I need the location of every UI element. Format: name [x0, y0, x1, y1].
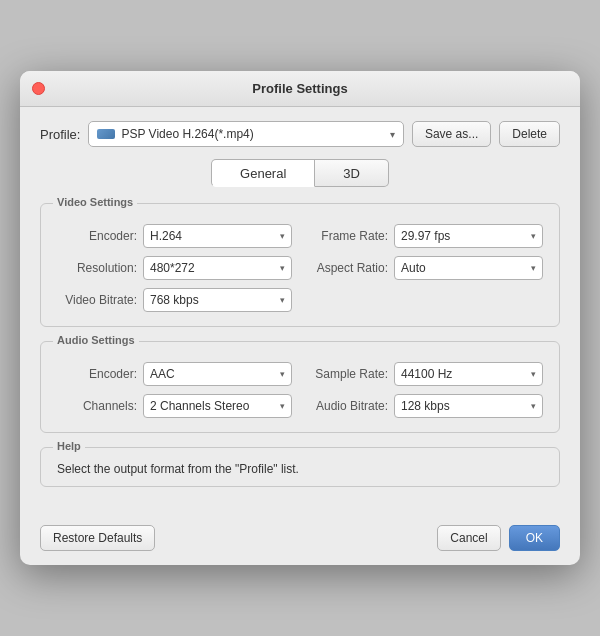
resolution-arrow: ▾ [280, 263, 285, 273]
frame-rate-value: 29.97 fps [401, 229, 450, 243]
sample-rate-row: Sample Rate: 44100 Hz ▾ [308, 362, 543, 386]
ok-button[interactable]: OK [509, 525, 560, 551]
channels-row: Channels: 2 Channels Stereo ▾ [57, 394, 292, 418]
aspect-ratio-value: Auto [401, 261, 426, 275]
close-button[interactable] [32, 82, 45, 95]
audio-encoder-row: Encoder: AAC ▾ [57, 362, 292, 386]
profile-value: PSP Video H.264(*.mp4) [121, 127, 253, 141]
bottom-bar: Restore Defaults Cancel OK [20, 515, 580, 565]
tabs-row: General 3D [40, 159, 560, 187]
encoder-value: H.264 [150, 229, 182, 243]
sample-rate-label: Sample Rate: [308, 367, 388, 381]
video-bitrate-dropdown[interactable]: 768 kbps ▾ [143, 288, 292, 312]
save-as-button[interactable]: Save as... [412, 121, 491, 147]
resolution-label: Resolution: [57, 261, 137, 275]
video-bitrate-value: 768 kbps [150, 293, 199, 307]
audio-settings-section: Audio Settings Encoder: AAC ▾ Sample Rat… [40, 341, 560, 433]
channels-value: 2 Channels Stereo [150, 399, 249, 413]
help-title: Help [53, 440, 85, 452]
sample-rate-arrow: ▾ [531, 369, 536, 379]
audio-bitrate-value: 128 kbps [401, 399, 450, 413]
frame-rate-row: Frame Rate: 29.97 fps ▾ [308, 224, 543, 248]
video-bitrate-row: Video Bitrate: 768 kbps ▾ [57, 288, 292, 312]
right-buttons: Cancel OK [437, 525, 560, 551]
tab-3d[interactable]: 3D [315, 159, 389, 187]
help-section: Help Select the output format from the "… [40, 447, 560, 487]
audio-settings-title: Audio Settings [53, 334, 139, 346]
channels-label: Channels: [57, 399, 137, 413]
encoder-dropdown[interactable]: H.264 ▾ [143, 224, 292, 248]
window-title: Profile Settings [252, 81, 347, 96]
audio-encoder-dropdown[interactable]: AAC ▾ [143, 362, 292, 386]
encoder-label: Encoder: [57, 229, 137, 243]
audio-encoder-value: AAC [150, 367, 175, 381]
aspect-ratio-label: Aspect Ratio: [308, 261, 388, 275]
window: Profile Settings Profile: PSP Video H.26… [20, 71, 580, 565]
resolution-row: Resolution: 480*272 ▾ [57, 256, 292, 280]
sample-rate-value: 44100 Hz [401, 367, 452, 381]
audio-encoder-label: Encoder: [57, 367, 137, 381]
main-content: Profile: PSP Video H.264(*.mp4) ▾ Save a… [20, 107, 580, 515]
aspect-ratio-arrow: ▾ [531, 263, 536, 273]
sample-rate-dropdown[interactable]: 44100 Hz ▾ [394, 362, 543, 386]
audio-bitrate-label: Audio Bitrate: [308, 399, 388, 413]
titlebar: Profile Settings [20, 71, 580, 107]
restore-defaults-button[interactable]: Restore Defaults [40, 525, 155, 551]
help-text: Select the output format from the "Profi… [57, 462, 543, 476]
frame-rate-dropdown[interactable]: 29.97 fps ▾ [394, 224, 543, 248]
video-settings-section: Video Settings Encoder: H.264 ▾ Frame Ra… [40, 203, 560, 327]
video-bitrate-label: Video Bitrate: [57, 293, 137, 307]
profile-dropdown-arrow: ▾ [390, 129, 395, 140]
frame-rate-arrow: ▾ [531, 231, 536, 241]
audio-bitrate-arrow: ▾ [531, 401, 536, 411]
frame-rate-label: Frame Rate: [308, 229, 388, 243]
delete-button[interactable]: Delete [499, 121, 560, 147]
audio-encoder-arrow: ▾ [280, 369, 285, 379]
video-bitrate-arrow: ▾ [280, 295, 285, 305]
resolution-dropdown[interactable]: 480*272 ▾ [143, 256, 292, 280]
aspect-ratio-dropdown[interactable]: Auto ▾ [394, 256, 543, 280]
channels-arrow: ▾ [280, 401, 285, 411]
audio-bitrate-dropdown[interactable]: 128 kbps ▾ [394, 394, 543, 418]
channels-dropdown[interactable]: 2 Channels Stereo ▾ [143, 394, 292, 418]
audio-settings-grid: Encoder: AAC ▾ Sample Rate: 44100 Hz ▾ [57, 362, 543, 418]
resolution-value: 480*272 [150, 261, 195, 275]
encoder-row: Encoder: H.264 ▾ [57, 224, 292, 248]
profile-row: Profile: PSP Video H.264(*.mp4) ▾ Save a… [40, 121, 560, 147]
audio-bitrate-row: Audio Bitrate: 128 kbps ▾ [308, 394, 543, 418]
aspect-ratio-row: Aspect Ratio: Auto ▾ [308, 256, 543, 280]
encoder-arrow: ▾ [280, 231, 285, 241]
tab-general[interactable]: General [211, 159, 315, 187]
cancel-button[interactable]: Cancel [437, 525, 500, 551]
profile-icon [97, 129, 115, 139]
profile-label: Profile: [40, 127, 80, 142]
video-settings-title: Video Settings [53, 196, 137, 208]
video-settings-grid: Encoder: H.264 ▾ Frame Rate: 29.97 fps ▾ [57, 224, 543, 312]
video-empty-cell [308, 288, 543, 312]
profile-dropdown[interactable]: PSP Video H.264(*.mp4) ▾ [88, 121, 403, 147]
